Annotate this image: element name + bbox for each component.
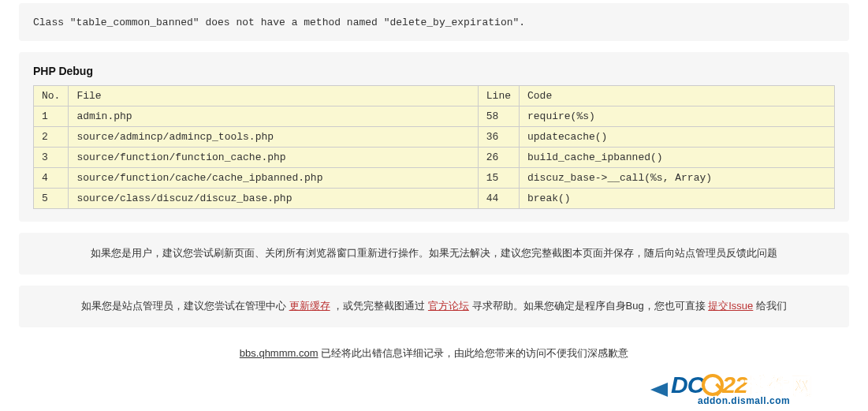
paper-plane-icon [650,383,668,397]
table-row: 2source/admincp/admincp_tools.php36updat… [34,127,835,148]
cell-file: source/function/function_cache.php [69,148,478,168]
footer-text: 已经将此出错信息详细记录，由此给您带来的访问不便我们深感歉意 [319,347,629,359]
col-header-no: No. [34,86,69,106]
table-header-row: No. File Line Code [34,86,835,106]
cell-code: break() [520,189,835,209]
cell-code: updatecache() [520,127,835,148]
cell-no: 3 [34,148,69,168]
cell-file: source/admincp/admincp_tools.php [69,127,478,148]
debug-title: PHP Debug [33,65,835,77]
cell-no: 4 [34,168,69,189]
link-submit-issue[interactable]: 提交Issue [708,300,753,312]
admin-hint-mid1: ，或凭完整截图通过 [330,300,428,312]
cell-line: 58 [478,106,519,127]
footer: bbs.qhmmm.com 已经将此出错信息详细记录，由此给您带来的访问不便我们… [0,346,868,361]
table-row: 1admin.php58require(%s) [34,106,835,127]
error-message: Class "table_common_banned" does not hav… [33,17,525,28]
cell-code: discuz_base->__call(%s, Array) [520,168,835,189]
col-header-code: Code [520,86,835,106]
watermark: DC22 插件网 addon.dismall.com [650,372,863,408]
cell-no: 5 [34,189,69,209]
watermark-brand-cn: 插件网 [745,372,814,402]
admin-hint-mid2: 寻求帮助。如果您确定是程序自身Bug，您也可直接 [469,300,708,312]
user-hint-text: 如果您是用户，建议您尝试刷新页面、关闭所有浏览器窗口重新进行操作。如果无法解决，… [91,247,777,259]
col-header-line: Line [478,86,519,106]
col-header-file: File [69,86,478,106]
cell-line: 26 [478,148,519,168]
cell-line: 15 [478,168,519,189]
cell-no: 1 [34,106,69,127]
cell-file: source/function/cache/cache_ipbanned.php [69,168,478,189]
error-panel: Class "table_common_banned" does not hav… [19,3,849,41]
link-update-cache[interactable]: 更新缓存 [289,300,330,312]
debug-panel: PHP Debug No. File Line Code 1admin.php5… [19,52,849,222]
cell-file: admin.php [69,106,478,127]
admin-hint-pre: 如果您是站点管理员，建议您尝试在管理中心 [81,300,289,312]
footer-site-link[interactable]: bbs.qhmmm.com [240,347,319,359]
link-official-forum[interactable]: 官方论坛 [428,300,469,312]
cell-no: 2 [34,127,69,148]
watermark-brand: DC22 [671,372,747,398]
admin-hint-post: 给我们 [753,300,787,312]
watermark-url: addon.dismall.com [698,395,790,406]
cell-line: 36 [478,127,519,148]
cell-file: source/class/discuz/discuz_base.php [69,189,478,209]
user-hint-panel: 如果您是用户，建议您尝试刷新页面、关闭所有浏览器窗口重新进行操作。如果无法解决，… [19,233,849,275]
table-row: 5source/class/discuz/discuz_base.php44br… [34,189,835,209]
cell-code: build_cache_ipbanned() [520,148,835,168]
table-row: 3source/function/function_cache.php26bui… [34,148,835,168]
cell-line: 44 [478,189,519,209]
debug-table: No. File Line Code 1admin.php58require(%… [33,85,835,209]
admin-hint-panel: 如果您是站点管理员，建议您尝试在管理中心 更新缓存 ，或凭完整截图通过 官方论坛… [19,286,849,327]
table-row: 4source/function/cache/cache_ipbanned.ph… [34,168,835,189]
cell-code: require(%s) [520,106,835,127]
